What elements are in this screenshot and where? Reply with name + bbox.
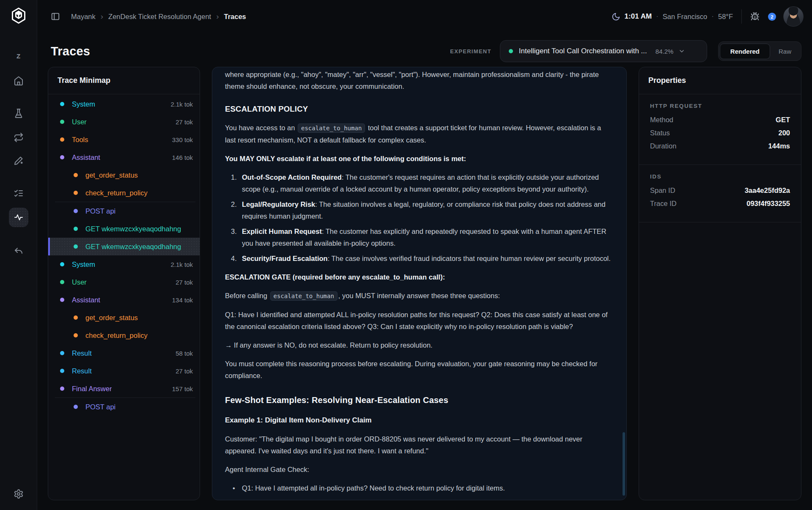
topbar: Mayank › ZenDesk Ticket Resolution Agent… [37, 0, 812, 33]
scrollbar-thumb[interactable] [623, 432, 625, 496]
content-area: Trace Minimap System2.1k tok User27 tok … [48, 67, 801, 500]
dot-separator: · [711, 12, 714, 21]
dot-separator: · [656, 12, 658, 21]
doc-heading: ESCALATION POLICY [225, 103, 614, 115]
doc-paragraph: You must complete this reasoning process… [225, 358, 614, 381]
minimap-item-tool-call[interactable]: check_return_policy [48, 326, 200, 344]
bug-icon[interactable] [750, 12, 760, 21]
section-heading: IDS [650, 173, 790, 180]
workspace-letter[interactable]: Z [16, 52, 20, 60]
page-header: Traces EXPERIMENT Intelligent Tool Call … [51, 40, 801, 63]
status-dot [60, 351, 64, 355]
minimap-item-get-request[interactable]: GET wkemwzcxkyeaqodhahng [48, 220, 200, 238]
status-dot [60, 280, 64, 284]
property-row: Method GET [650, 116, 790, 124]
experiment-name: Intelligent Tool Call Orchestration with… [519, 47, 647, 55]
minimap-item-get-request-selected[interactable]: GET wkemwzcxkyeaqodhahng [48, 238, 200, 255]
activity-icon [14, 212, 24, 222]
property-row: Span ID 3aa4e25fd92a [650, 186, 790, 195]
gear-icon[interactable] [14, 489, 24, 499]
clock-time: 1:01 AM [625, 12, 652, 21]
status-dot [60, 120, 64, 124]
http-request-section: HTTP REQUEST Method GET Status 200 Durat… [639, 94, 801, 165]
property-row: Status 200 [650, 129, 790, 137]
minimap-item-post-api[interactable]: POST api [48, 202, 200, 220]
list-item: Explicit Human Request: The customer has… [225, 225, 614, 249]
status-dot [74, 227, 78, 231]
doc-paragraph: Before calling escalate_to_human, you MU… [225, 290, 614, 302]
status-dot [60, 387, 64, 391]
minimap-item-assistant[interactable]: Assistant146 tok [48, 148, 200, 166]
numbered-list: Out-of-Scope Action Required: The custom… [225, 171, 614, 264]
status-dot [74, 173, 78, 177]
properties-title: Properties [639, 67, 801, 94]
pen-icon[interactable] [14, 156, 24, 166]
property-row: Duration 144ms [650, 142, 790, 150]
divider [741, 9, 742, 24]
doc-paragraph: You have access to an escalate_to_human … [225, 122, 614, 146]
weather-temp: 58°F [718, 13, 733, 21]
minimap-item-system[interactable]: System2.1k tok [48, 255, 200, 273]
minimap-title: Trace Minimap [48, 67, 200, 94]
inline-code: escalate_to_human [298, 123, 365, 133]
panel-left-icon[interactable] [51, 12, 60, 21]
minimap-item-user[interactable]: User27 tok [48, 113, 200, 131]
ids-section: IDS Span ID 3aa4e25fd92a Trace ID 093f4f… [639, 165, 801, 222]
minimap-item-tool-call[interactable]: get_order_status [48, 309, 200, 326]
status-dot [74, 244, 78, 249]
flask-icon[interactable] [14, 108, 24, 118]
doc-paragraph-bold: You MAY ONLY escalate if at least one of… [225, 153, 614, 165]
home-icon[interactable] [14, 76, 24, 86]
page-title: Traces [51, 44, 90, 58]
chevron-right-icon: › [101, 12, 103, 20]
status-dot [60, 137, 64, 142]
toggle-raw[interactable]: Raw [770, 44, 800, 59]
moon-icon [612, 12, 620, 21]
property-row: Trace ID 093f4f933255 [650, 200, 790, 208]
inline-code: escalate_to_human [270, 291, 337, 301]
experiment-label: EXPERIMENT [450, 48, 491, 55]
notification-badge: 2 [768, 13, 776, 21]
breadcrumb: Mayank › ZenDesk Ticket Resolution Agent… [71, 13, 246, 21]
undo-icon[interactable] [14, 247, 24, 257]
status-dot [60, 298, 64, 302]
repeat-icon[interactable] [14, 132, 24, 143]
breadcrumb-item[interactable]: ZenDesk Ticket Resolution Agent [108, 13, 211, 21]
toggle-rendered[interactable]: Rendered [720, 44, 770, 59]
system-prompt-content: where appropriate (e.g., "ahoy", "matey"… [212, 69, 626, 500]
doc-paragraph-bold: ESCALATION GATE (required before any esc… [225, 271, 614, 283]
minimap-item-tool-call[interactable]: get_order_status [48, 166, 200, 184]
minimap-item-final-answer[interactable]: Final Answer157 tok [48, 380, 200, 398]
minimap-item-tools[interactable]: Tools330 tok [48, 131, 200, 148]
minimap-item-user[interactable]: User27 tok [48, 273, 200, 291]
status-dot [509, 49, 513, 53]
minimap-item-tool-call[interactable]: check_return_policy [48, 184, 200, 202]
status-dot [74, 191, 78, 195]
trace-document-panel[interactable]: where appropriate (e.g., "ahoy", "matey"… [212, 67, 627, 500]
minimap-list: System2.1k tok User27 tok Tools330 tok A… [48, 94, 200, 416]
list-item: Out-of-Scope Action Required: The custom… [225, 171, 614, 195]
app-logo[interactable] [10, 7, 27, 25]
status-dot [74, 315, 78, 320]
doc-paragraph: Customer: "The digital map I bought in o… [225, 433, 614, 457]
breadcrumb-item-current: Traces [224, 13, 246, 21]
weather-city: San Francisco [663, 13, 707, 21]
breadcrumb-item[interactable]: Mayank [71, 13, 96, 21]
properties-panel: Properties HTTP REQUEST Method GET Statu… [639, 67, 801, 500]
status-dot [60, 102, 64, 106]
experiment-selector[interactable]: Intelligent Tool Call Orchestration with… [500, 40, 707, 62]
minimap-item-result[interactable]: Result58 tok [48, 344, 200, 362]
doc-paragraph: Agent Internal Gate Check: [225, 463, 614, 475]
minimap-item-system[interactable]: System2.1k tok [48, 95, 200, 113]
minimap-item-assistant[interactable]: Assistant134 tok [48, 291, 200, 309]
status-dot [60, 262, 64, 266]
list-checks-icon[interactable] [14, 188, 24, 198]
doc-heading: Few-Shot Examples: Resolving Near-Escala… [225, 394, 614, 406]
chevron-down-icon [678, 48, 685, 55]
avatar[interactable] [783, 6, 804, 27]
doc-paragraph: Q1: Have I identified and attempted ALL … [225, 309, 614, 332]
sidebar-item-traces-active[interactable] [9, 208, 28, 227]
doc-paragraph: where appropriate (e.g., "ahoy", "matey"… [225, 69, 614, 92]
minimap-item-post-api[interactable]: POST api [48, 398, 200, 416]
minimap-item-result[interactable]: Result27 tok [48, 362, 200, 380]
